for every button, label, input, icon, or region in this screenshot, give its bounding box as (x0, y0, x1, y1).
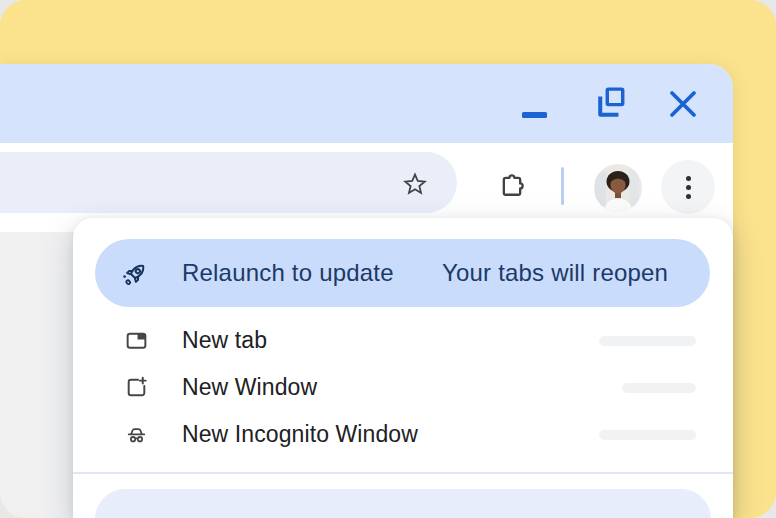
menu-item-new-incognito-window[interactable]: New Incognito Window (73, 411, 733, 458)
window-titlebar (0, 64, 733, 143)
menu-item-new-tab[interactable]: New tab (73, 317, 733, 364)
next-section-highlight-item[interactable] (95, 489, 711, 518)
toolbar-divider (561, 167, 564, 205)
screenshot-canvas: Relaunch to update Your tabs will reopen… (0, 0, 776, 518)
profile-avatar[interactable] (594, 164, 642, 212)
incognito-icon (124, 422, 149, 447)
menu-divider (73, 472, 733, 474)
extensions-puzzle-icon[interactable] (498, 172, 526, 200)
menu-item-label: New Incognito Window (182, 411, 418, 458)
menu-item-label: New tab (182, 317, 267, 364)
shortcut-placeholder-bar (599, 336, 696, 346)
shortcut-placeholder-bar (622, 383, 696, 393)
shortcut-placeholder-bar (599, 430, 696, 440)
bookmark-star-icon[interactable] (400, 170, 430, 200)
minimize-icon[interactable] (522, 112, 547, 118)
three-dot-menu-icon[interactable] (661, 160, 715, 214)
relaunch-label: Relaunch to update (182, 239, 394, 307)
rocket-icon (119, 258, 151, 290)
chrome-menu-popup: Relaunch to update Your tabs will reopen… (73, 218, 733, 518)
menu-item-new-window[interactable]: New Window (73, 364, 733, 411)
relaunch-hint: Your tabs will reopen (442, 239, 668, 307)
menu-item-label: New Window (182, 364, 317, 411)
new-window-icon (124, 375, 149, 400)
close-icon[interactable] (668, 89, 698, 119)
address-bar[interactable] (0, 152, 457, 213)
restore-icon[interactable] (596, 87, 626, 119)
new-tab-icon (124, 328, 149, 353)
